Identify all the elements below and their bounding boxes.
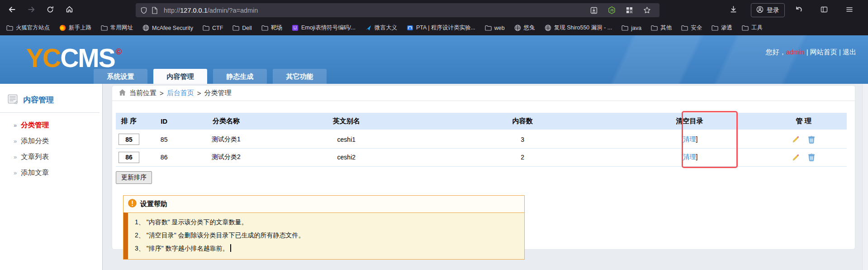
column-header: 管 理 xyxy=(760,113,847,130)
bookmark-item[interactable]: 火狐官方站点 xyxy=(6,24,50,32)
sidebar-item[interactable]: » 分类管理 xyxy=(0,117,102,133)
text-cursor xyxy=(230,244,231,252)
panel-button[interactable] xyxy=(816,3,832,18)
url-bar[interactable]: http://127.0.0.1/admin/?a=admin JS xyxy=(136,3,659,17)
sidebar-title: 内容管理 xyxy=(23,95,54,105)
sidebar-item[interactable]: » 添加分类 xyxy=(0,133,102,149)
bookmark-item[interactable]: java xyxy=(621,25,641,31)
bookmark-icon xyxy=(514,24,521,31)
user-bar: 您好，admin | 网站首页 | 退出 xyxy=(766,48,856,57)
copyright-mark: © xyxy=(116,47,122,56)
forward-button[interactable] xyxy=(24,3,39,18)
home-icon xyxy=(66,5,73,15)
bookmark-item[interactable]: web xyxy=(485,25,505,31)
bookmark-item[interactable]: PTA | 程序设计类实验... xyxy=(407,24,475,32)
bookmark-label: 复现 Shiro550 漏洞 - ... xyxy=(554,24,612,32)
nav-tab[interactable]: 静态生成 xyxy=(213,69,267,84)
downloads-button[interactable] xyxy=(726,3,741,18)
logout-link[interactable]: 退出 xyxy=(843,48,856,56)
nav-tab[interactable]: 其它功能 xyxy=(273,69,327,84)
update-sort-button[interactable]: 更新排序 xyxy=(116,171,152,184)
username: admin xyxy=(786,48,805,56)
save-page-icon[interactable] xyxy=(590,7,598,14)
bookmark-item[interactable]: 渗透 xyxy=(711,24,732,32)
main-nav: 系统设置内容管理静态生成其它功能 xyxy=(94,69,327,84)
sort-order-input[interactable] xyxy=(119,134,139,145)
bookmark-item[interactable]: 其他 xyxy=(651,24,672,32)
account-login-button[interactable]: 登录 xyxy=(751,3,785,17)
page-info-icon[interactable] xyxy=(152,7,158,14)
category-table: 排 序ID分类名称英文别名内容数清空目录管 理 85 测试分类1 ceshi1 … xyxy=(116,113,847,167)
site-home-link[interactable]: 网站首页 xyxy=(810,48,837,56)
bookmark-item[interactable]: Dell xyxy=(232,25,252,31)
js-extension-icon[interactable]: JS xyxy=(608,6,616,14)
bookmark-icon xyxy=(292,24,299,31)
bookmark-item[interactable]: 靶场 xyxy=(261,24,282,32)
column-header: 清空目录 xyxy=(619,113,761,130)
bookmark-star-icon[interactable] xyxy=(643,6,651,14)
warning-icon xyxy=(128,199,137,209)
bookmark-item[interactable]: 微言大义 xyxy=(365,24,397,32)
clean-link[interactable]: 清理 xyxy=(683,153,696,160)
edit-icon[interactable] xyxy=(792,154,800,161)
bookmark-item[interactable]: 工具 xyxy=(742,24,763,32)
bookmark-icon xyxy=(365,24,372,31)
bookmark-item[interactable]: Emoji表情符号编码/... xyxy=(292,24,356,32)
bookmark-icon xyxy=(485,25,492,31)
breadcrumb: 当前位置 > 后台首页 > 分类管理 xyxy=(112,86,855,101)
table-row: 85 测试分类1 ceshi1 3 [清理] xyxy=(116,130,847,148)
bullet-icon: » xyxy=(14,122,17,129)
bookmark-item[interactable]: 复现 Shiro550 漏洞 - ... xyxy=(545,24,612,32)
sort-order-input[interactable] xyxy=(119,152,139,163)
bookmark-icon xyxy=(545,24,551,31)
bookmark-item[interactable]: McAfee Security xyxy=(142,24,193,31)
bookmark-icon xyxy=(621,25,628,31)
cell-alias: ceshi1 xyxy=(266,130,427,148)
sidebar: 内容管理 » 分类管理 » 添加分类 » 文章列表 » 添加文章 xyxy=(0,84,103,270)
bookmark-label: CTF xyxy=(212,25,223,31)
breadcrumb-current: 分类管理 xyxy=(204,89,232,97)
bookmark-item[interactable]: CTF xyxy=(203,25,223,31)
bookmark-item[interactable]: 悠兔 xyxy=(514,24,535,32)
bookmark-label: Dell xyxy=(242,25,252,31)
cell-name: 测试分类1 xyxy=(186,130,266,148)
bookmark-label: 渗透 xyxy=(721,24,732,32)
nav-tab[interactable]: 内容管理 xyxy=(153,69,207,84)
cell-actions xyxy=(760,130,847,148)
help-title: 设置帮助 xyxy=(140,200,167,208)
notepad-icon xyxy=(7,93,19,107)
help-body: 1、 "内容数" 显示该分类下的文章数量。 2、 "清空目录" 会删除该分类目录… xyxy=(123,212,524,259)
help-box: 设置帮助 1、 "内容数" 显示该分类下的文章数量。 2、 "清空目录" 会删除… xyxy=(123,195,525,260)
sidebar-item[interactable]: » 文章列表 xyxy=(0,149,102,165)
bullet-icon: » xyxy=(14,154,17,160)
shield-icon[interactable] xyxy=(140,7,147,14)
app-menu-button[interactable] xyxy=(842,3,857,18)
back-button[interactable] xyxy=(5,3,20,18)
bookmark-icon xyxy=(142,24,149,31)
delete-icon[interactable] xyxy=(808,153,815,161)
scrollbar[interactable] xyxy=(862,84,868,270)
hamburger-menu-icon xyxy=(846,6,853,15)
home-button[interactable] xyxy=(62,3,77,18)
bookmark-item[interactable]: 新手上路 xyxy=(59,24,91,32)
cell-count: 3 xyxy=(427,130,619,148)
reload-button[interactable] xyxy=(43,3,58,18)
bookmark-label: 工具 xyxy=(751,24,763,32)
bookmark-item[interactable]: 常用网址 xyxy=(101,24,133,32)
breadcrumb-home-icon xyxy=(119,89,126,97)
clean-link[interactable]: 清理 xyxy=(683,135,696,143)
edit-icon[interactable] xyxy=(792,135,800,143)
bookmark-item[interactable]: 安全 xyxy=(681,24,702,32)
qr-code-icon[interactable] xyxy=(626,7,633,14)
history-sync-button[interactable] xyxy=(791,3,806,18)
bookmark-label: 其他 xyxy=(660,24,672,32)
delete-icon[interactable] xyxy=(808,135,815,144)
breadcrumb-link[interactable]: 后台首页 xyxy=(167,89,194,97)
bookmark-icon xyxy=(261,25,268,31)
undo-arrow-icon xyxy=(795,5,803,15)
cell-actions xyxy=(760,148,847,166)
sidebar-header: 内容管理 xyxy=(0,90,100,113)
nav-tab[interactable]: 系统设置 xyxy=(94,69,147,84)
panel-icon xyxy=(821,6,828,15)
sidebar-item[interactable]: » 添加文章 xyxy=(0,165,102,181)
